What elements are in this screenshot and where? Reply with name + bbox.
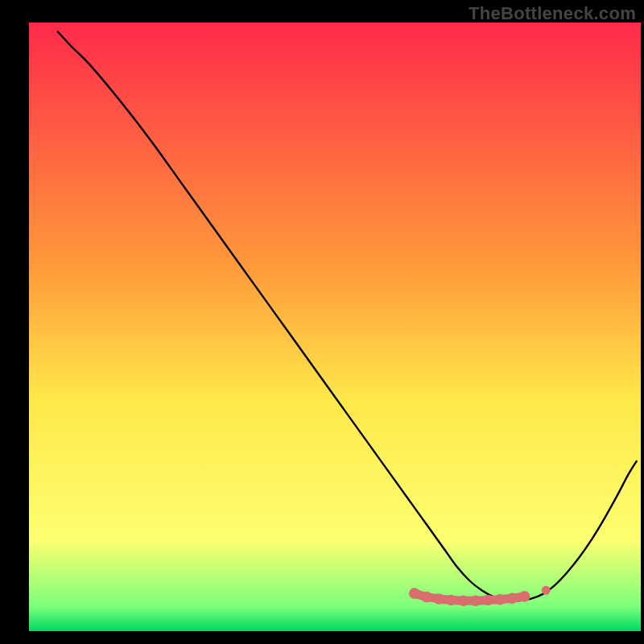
watermark-text: TheBottleneck.com — [469, 3, 636, 24]
plot-background — [29, 23, 641, 631]
minimum-marker-dot — [482, 595, 493, 606]
minimum-marker-dot — [494, 594, 506, 605]
minimum-marker-dot — [470, 595, 481, 606]
minimum-marker-dot — [446, 595, 457, 606]
chart-container: TheBottleneck.com — [0, 0, 644, 644]
chart-svg — [0, 0, 644, 644]
minimum-marker-dot — [421, 592, 432, 603]
minimum-marker-dot — [542, 586, 551, 595]
minimum-marker-dot — [433, 593, 444, 605]
minimum-marker-dot — [519, 591, 530, 602]
minimum-marker-dot — [458, 595, 469, 606]
minimum-marker-dot — [507, 592, 518, 604]
minimum-marker-dot — [409, 588, 420, 599]
